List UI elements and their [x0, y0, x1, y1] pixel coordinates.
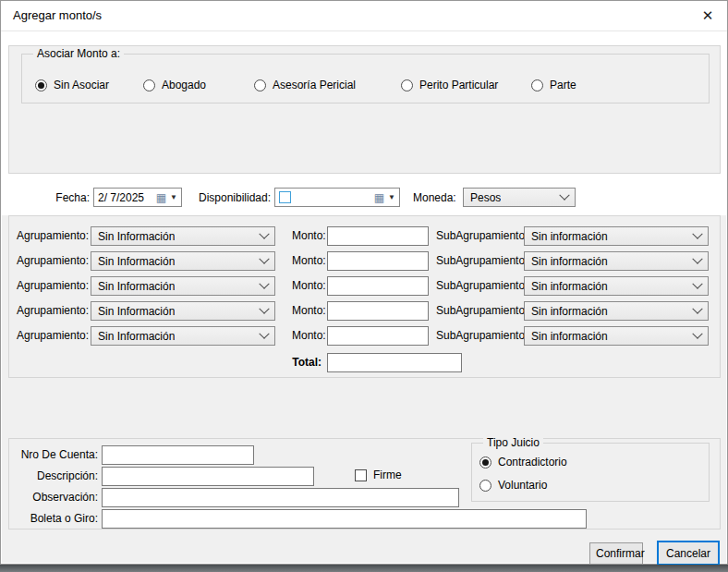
- chevron-down-icon: [559, 189, 569, 200]
- agrupamiento-select[interactable]: Sin Información: [91, 276, 275, 296]
- monto-input[interactable]: [327, 226, 429, 246]
- subagrupamiento-select[interactable]: Sin información: [524, 301, 709, 321]
- chevron-down-icon: [692, 228, 702, 238]
- chevron-down-icon: [692, 253, 702, 263]
- agrupamiento-label: Agrupamiento:: [17, 229, 89, 242]
- radio-label: Perito Particular: [419, 79, 498, 91]
- chevron-down-icon: [259, 228, 269, 238]
- monto-input[interactable]: [327, 326, 429, 346]
- monto-label: Monto:: [292, 304, 326, 317]
- moneda-select[interactable]: Pesos: [463, 188, 576, 207]
- chevron-down-icon: [259, 253, 269, 263]
- agrupamiento-label: Agrupamiento:: [17, 304, 89, 317]
- subagrupamiento-value: Sin información: [531, 305, 608, 318]
- total-label: Total:: [229, 356, 322, 369]
- monto-input[interactable]: [327, 276, 429, 296]
- fecha-datepicker[interactable]: 2/ 7/2025 ▦ ▼: [93, 188, 182, 207]
- confirmar-button[interactable]: Confirmar: [589, 542, 643, 565]
- cancelar-button[interactable]: Cancelar: [657, 541, 720, 566]
- agrupamiento-select[interactable]: Sin Información: [91, 301, 275, 321]
- firme-checkbox-item[interactable]: Firme: [355, 469, 402, 481]
- nro-cuenta-input[interactable]: [102, 445, 254, 465]
- subagrupamiento-value: Sin información: [531, 280, 608, 293]
- disponibilidad-label: Disponibilidad:: [199, 191, 271, 204]
- radio-label: Abogado: [162, 79, 206, 91]
- chevron-down-icon: [692, 328, 702, 338]
- radio-asesoria-pericial[interactable]: Asesoría Pericial: [254, 79, 356, 91]
- descripcion-input[interactable]: [102, 467, 314, 486]
- radio-voluntario[interactable]: Voluntario: [479, 479, 547, 492]
- panel-agrupamientos: Agrupamiento: Sin Información Monto: Sub…: [8, 215, 721, 378]
- close-icon[interactable]: ✕: [697, 6, 719, 26]
- panel-asociar: Asociar Monto a: Sin Asociar Abogado Ase…: [8, 45, 721, 174]
- subagrupamiento-select[interactable]: Sin información: [524, 226, 709, 246]
- tipo-juicio-legend: Tipo Juicio: [483, 436, 543, 449]
- agrupamiento-row: Agrupamiento: Sin Información Monto: Sub…: [9, 226, 720, 246]
- agrupamiento-value: Sin Información: [98, 255, 175, 268]
- agrupamiento-label: Agrupamiento:: [17, 254, 89, 267]
- agrupamiento-row: Agrupamiento: Sin Información Monto: Sub…: [9, 251, 720, 271]
- agrupamiento-label: Agrupamiento:: [17, 329, 89, 342]
- agrupamiento-label: Agrupamiento:: [17, 279, 89, 292]
- disponibilidad-datepicker[interactable]: ▦ ▼: [274, 188, 400, 207]
- fecha-value: 2/ 7/2025: [98, 191, 144, 204]
- dropdown-arrow-icon[interactable]: ▼: [170, 193, 177, 201]
- subagrupamiento-value: Sin información: [531, 330, 608, 343]
- radio-contradictorio[interactable]: Contradictorio: [479, 456, 567, 469]
- radio-sin-asociar[interactable]: Sin Asociar: [35, 79, 109, 91]
- agrupamiento-select[interactable]: Sin Información: [91, 326, 275, 346]
- agrupamiento-row: Agrupamiento: Sin Información Monto: Sub…: [9, 326, 720, 346]
- monto-label: Monto:: [292, 329, 326, 342]
- monto-label: Monto:: [292, 279, 326, 292]
- radio-icon: [479, 480, 491, 492]
- dialog-agregar-montos: Agregar monto/s ✕ Asociar Monto a: Sin A…: [0, 0, 728, 565]
- calendar-icon: ▦: [374, 192, 384, 203]
- chevron-down-icon: [692, 278, 702, 288]
- subagrupamiento-select[interactable]: Sin información: [524, 276, 709, 296]
- dialog-title: Agregar monto/s: [13, 8, 102, 22]
- observacion-input[interactable]: [102, 488, 459, 507]
- radio-label: Voluntario: [498, 479, 547, 492]
- subagrupamiento-label: SubAgrupamiento:: [436, 304, 528, 317]
- total-input[interactable]: [327, 353, 462, 372]
- agrupamiento-select[interactable]: Sin Información: [91, 226, 275, 246]
- boleta-giro-label: Boleta o Giro:: [11, 512, 98, 525]
- subagrupamiento-select[interactable]: Sin información: [524, 251, 709, 271]
- radio-label: Parte: [550, 79, 576, 91]
- monto-label: Monto:: [292, 229, 326, 242]
- radio-icon: [531, 79, 543, 91]
- radio-abogado[interactable]: Abogado: [143, 79, 206, 91]
- dropdown-arrow-icon[interactable]: ▼: [388, 193, 395, 201]
- radio-icon: [401, 79, 413, 91]
- firme-label: Firme: [373, 469, 402, 481]
- radio-parte[interactable]: Parte: [531, 79, 576, 91]
- monto-input[interactable]: [327, 301, 429, 321]
- radio-perito-particular[interactable]: Perito Particular: [401, 79, 498, 91]
- agrupamiento-value: Sin Información: [98, 230, 175, 243]
- agrupamiento-value: Sin Información: [98, 280, 175, 293]
- subagrupamiento-label: SubAgrupamiento:: [436, 329, 528, 342]
- radio-icon: [254, 79, 266, 91]
- radio-icon: [35, 79, 47, 91]
- subagrupamiento-value: Sin información: [531, 230, 608, 243]
- panel-detalle: Nro De Cuenta: Descripción: Firme Observ…: [8, 438, 721, 529]
- agrupamiento-value: Sin Información: [98, 330, 175, 343]
- boleta-giro-input[interactable]: [102, 509, 587, 529]
- subagrupamiento-select[interactable]: Sin información: [524, 326, 709, 346]
- agrupamiento-row: Agrupamiento: Sin Información Monto: Sub…: [9, 301, 720, 321]
- agrupamiento-select[interactable]: Sin Información: [91, 251, 275, 271]
- chevron-down-icon: [259, 328, 269, 338]
- title-bar: Agregar monto/s ✕: [1, 1, 727, 31]
- radio-label: Contradictorio: [498, 456, 567, 469]
- firme-checkbox[interactable]: [355, 469, 367, 481]
- groupbox-asociar-monto: Asociar Monto a:: [21, 54, 710, 103]
- monto-input[interactable]: [327, 251, 429, 271]
- disponibilidad-checkbox[interactable]: [279, 191, 291, 203]
- moneda-value: Pesos: [470, 191, 501, 204]
- radio-label: Asesoría Pericial: [273, 79, 356, 91]
- descripcion-label: Descripción:: [11, 469, 98, 482]
- observacion-label: Observación:: [11, 491, 98, 504]
- subagrupamiento-label: SubAgrupamiento:: [436, 229, 528, 242]
- chevron-down-icon: [259, 278, 269, 288]
- moneda-label: Moneda:: [413, 191, 456, 204]
